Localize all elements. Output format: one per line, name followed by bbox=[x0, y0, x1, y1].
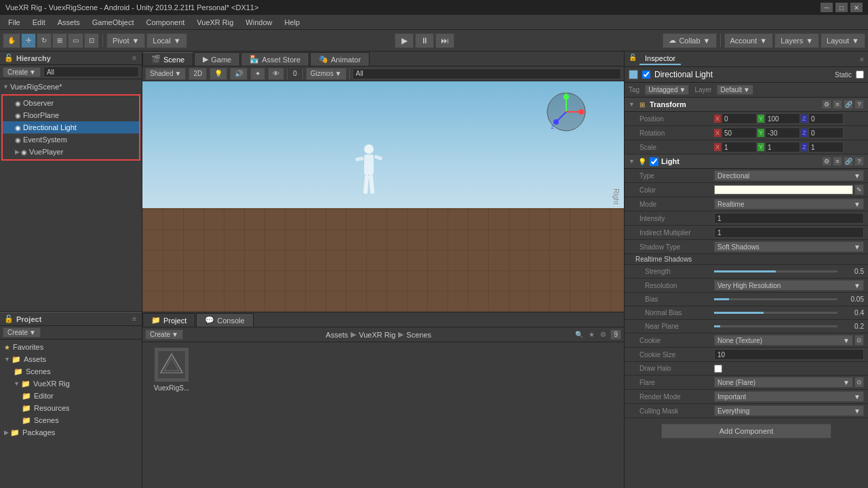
scale-y-input[interactable] bbox=[765, 142, 800, 152]
tab-animator[interactable]: 🎭 Animator bbox=[310, 52, 370, 66]
light-link-btn[interactable]: 🔗 bbox=[844, 157, 853, 166]
type-dropdown[interactable]: Directional▼ bbox=[714, 170, 864, 181]
color-picker-btn[interactable]: ✎ bbox=[854, 184, 864, 195]
layers-btn[interactable]: Layers▼ bbox=[774, 33, 819, 48]
project-create-btn2[interactable]: Create▼ bbox=[145, 329, 183, 340]
project-assets[interactable]: ▼ 📁 Assets bbox=[3, 353, 139, 365]
hand-tool[interactable]: ✋ bbox=[3, 33, 20, 48]
project-editor[interactable]: 📁 Editor bbox=[3, 390, 139, 402]
project-file-vuexrigscene[interactable]: VuexRigS... bbox=[148, 348, 195, 392]
layout-btn[interactable]: Layout▼ bbox=[821, 33, 865, 48]
mode-dropdown[interactable]: Realtime▼ bbox=[714, 199, 864, 209]
rotation-z-input[interactable] bbox=[808, 127, 844, 138]
star-filter-btn[interactable]: ★ bbox=[587, 329, 596, 340]
rect-tool[interactable]: ▭ bbox=[68, 33, 83, 48]
hierarchy-create-btn[interactable]: Create▼ bbox=[3, 67, 41, 77]
breadcrumb-vuexr[interactable]: VueXR Rig bbox=[359, 331, 395, 339]
move-tool[interactable]: ✛ bbox=[21, 33, 36, 48]
project-vuexr[interactable]: ▼ 📁 VueXR Rig bbox=[3, 378, 139, 390]
pivot-btn[interactable]: Pivot▼ bbox=[106, 33, 145, 48]
tab-console[interactable]: 💬 Console bbox=[196, 313, 253, 327]
menu-edit[interactable]: Edit bbox=[27, 17, 51, 28]
project-scenes-folder[interactable]: 📁 Scenes bbox=[3, 414, 139, 426]
position-y-input[interactable] bbox=[765, 113, 800, 124]
cullingmask-dropdown[interactable]: Everything▼ bbox=[714, 405, 864, 416]
hierarchy-item-vueplayer[interactable]: ▶ ◉ VuePlayer bbox=[3, 146, 139, 158]
menu-vuexr[interactable]: VueXR Rig bbox=[191, 17, 239, 28]
project-create-btn[interactable]: Create▼ bbox=[3, 327, 41, 338]
nearplane-slider[interactable] bbox=[714, 325, 837, 327]
maximize-button[interactable]: □ bbox=[835, 3, 848, 12]
scale-z-input[interactable] bbox=[808, 142, 844, 152]
menu-component[interactable]: Component bbox=[140, 17, 190, 28]
effects-btn[interactable]: ✦ bbox=[250, 68, 265, 80]
rotation-y-input[interactable] bbox=[765, 127, 800, 138]
collab-btn[interactable]: ☁Collab▼ bbox=[663, 33, 716, 48]
light-help-btn[interactable]: ? bbox=[854, 157, 864, 166]
hierarchy-item-floorplane[interactable]: ◉ FloorPlane bbox=[3, 109, 139, 121]
project-favorites[interactable]: ★ Favorites bbox=[3, 341, 139, 353]
menu-help[interactable]: Help bbox=[279, 17, 305, 28]
tab-inspector[interactable]: Inspector bbox=[639, 53, 681, 65]
project-more-btn[interactable]: ≡ bbox=[131, 314, 138, 323]
resolution-dropdown[interactable]: Very High Resolution▼ bbox=[714, 280, 864, 291]
settings-icon-btn[interactable]: ⚙ bbox=[599, 329, 608, 340]
shadowtype-dropdown[interactable]: Soft Shadows▼ bbox=[714, 241, 864, 252]
scale-tool[interactable]: ⊞ bbox=[52, 33, 67, 48]
step-button[interactable]: ⏭ bbox=[435, 33, 454, 48]
static-checkbox[interactable] bbox=[856, 70, 864, 79]
audio-btn[interactable]: 🔊 bbox=[230, 68, 248, 80]
local-btn[interactable]: Local▼ bbox=[146, 33, 186, 48]
light-scene-btn[interactable]: 💡 bbox=[210, 68, 227, 80]
inspector-more-btn[interactable]: ≡ bbox=[859, 55, 865, 64]
scene-search[interactable] bbox=[353, 68, 621, 79]
gizmos-btn[interactable]: Gizmos▼ bbox=[306, 68, 347, 80]
pause-button[interactable]: ⏸ bbox=[415, 33, 434, 48]
light-gear-btn[interactable]: ⚙ bbox=[822, 157, 831, 166]
project-packages[interactable]: ▶ 📁 Packages bbox=[3, 426, 139, 439]
project-scenes[interactable]: 📁 Scenes bbox=[3, 365, 139, 378]
hierarchy-item-observer[interactable]: ◉ Observer bbox=[3, 97, 139, 109]
position-x-input[interactable] bbox=[722, 113, 757, 124]
cookie-dropdown[interactable]: None (Texture)▼ bbox=[714, 335, 853, 346]
strength-slider[interactable] bbox=[714, 270, 837, 272]
intensity-input[interactable] bbox=[714, 213, 864, 224]
shading-btn[interactable]: Shaded▼ bbox=[145, 68, 186, 80]
hierarchy-more-btn[interactable]: ≡ bbox=[131, 54, 138, 62]
cookiesize-input[interactable] bbox=[714, 349, 864, 360]
close-button[interactable]: ✕ bbox=[850, 3, 863, 12]
project-resources[interactable]: 📁 Resources bbox=[3, 402, 139, 414]
account-btn[interactable]: Account▼ bbox=[724, 33, 774, 48]
hidden-btn[interactable]: 👁 bbox=[268, 68, 284, 80]
tab-game[interactable]: ▶ Game bbox=[194, 52, 240, 66]
add-component-button[interactable]: Add Component bbox=[661, 424, 831, 439]
light-checkbox[interactable] bbox=[650, 157, 658, 166]
scale-x-input[interactable] bbox=[722, 142, 757, 152]
object-active-checkbox[interactable] bbox=[642, 70, 650, 79]
2d-btn[interactable]: 2D bbox=[189, 68, 207, 80]
hierarchy-item-directionallight[interactable]: ◉ Directional Light bbox=[3, 121, 139, 134]
breadcrumb-scenes[interactable]: Scenes bbox=[406, 331, 431, 339]
light-header[interactable]: ▼ 💡 Light ⚙ ≡ 🔗 ? bbox=[625, 155, 868, 169]
position-z-input[interactable] bbox=[808, 113, 844, 124]
flare-dropdown[interactable]: None (Flare)▼ bbox=[714, 377, 853, 388]
transform-more-btn[interactable]: ≡ bbox=[833, 100, 842, 109]
drawhalo-checkbox[interactable] bbox=[714, 365, 722, 373]
light-more-btn[interactable]: ≡ bbox=[833, 157, 842, 166]
hierarchy-search[interactable] bbox=[43, 66, 139, 77]
layer-dropdown[interactable]: Default▼ bbox=[717, 85, 753, 95]
search-icon-btn[interactable]: 🔍 bbox=[574, 329, 585, 340]
flare-pick-btn[interactable]: ⊙ bbox=[854, 377, 864, 388]
transform-header[interactable]: ▼ ⊞ Transform ⚙ ≡ 🔗 ? bbox=[625, 98, 868, 112]
breadcrumb-assets[interactable]: Assets bbox=[326, 331, 348, 339]
play-button[interactable]: ▶ bbox=[395, 33, 414, 48]
tab-scene[interactable]: 🎬 Scene bbox=[142, 52, 193, 66]
scene-view[interactable]: Y X Z Right bbox=[142, 81, 624, 312]
transform-link-btn[interactable]: 🔗 bbox=[844, 100, 853, 109]
transform-gear-btn[interactable]: ⚙ bbox=[822, 100, 831, 109]
rotation-x-input[interactable] bbox=[722, 127, 757, 138]
tag-dropdown[interactable]: Untagged▼ bbox=[645, 85, 689, 95]
tab-asset-store[interactable]: 🏪 Asset Store bbox=[241, 52, 309, 66]
hierarchy-item-scene[interactable]: ▼ VuexRigScene* bbox=[0, 81, 142, 93]
bias-slider[interactable] bbox=[714, 298, 837, 300]
